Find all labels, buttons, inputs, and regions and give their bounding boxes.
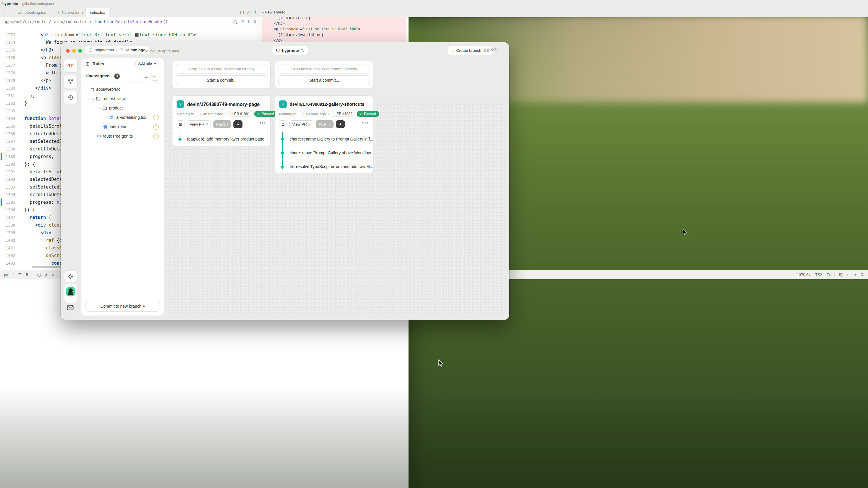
view-pr-button[interactable]: View PR ⑂ [187,120,211,128]
branch-icon: ⑂ [177,100,184,108]
minimize-window-button[interactable] [72,49,76,53]
unassigned-header: Unassigned 3 ☰ ⊨ [82,70,164,83]
branch-more-button[interactable]: ••• [362,120,369,126]
lane-dropzone-card: Drop files to assign or commit directly … [172,61,271,89]
zoom-window-button[interactable] [78,49,82,53]
ci-status-badge[interactable]: ✓ Passed [357,111,379,117]
outline-panel-icon[interactable]: ☰ [17,277,24,277]
unassigned-status-icon[interactable] [153,124,159,130]
lane-dropzone-card: Drop files to assign or commit directly … [275,61,373,89]
branch-card[interactable]: ⑂ devin/1764380912-gallery-shortcuts Not… [275,95,373,173]
refresh-icon [119,48,123,52]
git-panel-icon[interactable]: ⑂ [9,277,17,277]
branch-meta-row: Nothing to ...• an hour ago• ⑂ PR #1981 … [177,111,277,117]
branch-actions-row: ⊡ View PR ⑂ Push ⤴ ✦ [279,120,345,128]
tree-item-ai-notetaking-tsx[interactable]: ai-notetaking.tsx [84,113,161,122]
rules-header: ◫ Rules Add rule + [82,58,164,70]
branch-card[interactable]: ⑂ devin/1764380749-memory-page Nothing t… [172,95,271,147]
diagnostics-check-icon[interactable]: ✓ [50,277,57,277]
branch-more-button[interactable]: ••• [259,120,266,126]
start-commit-button[interactable]: Start a commit... [279,75,370,85]
commit-dot-icon [178,137,182,141]
react-icon [110,115,114,120]
unassigned-count-badge: 3 [114,73,120,79]
desktop: Search Fastrepl ⋮ ut s 6:02 PM e have an… [0,0,868,488]
tree-item-routes-view[interactable]: ⌄routes/_view [84,94,161,103]
ai-branch-icon[interactable]: ✧⑂ [491,47,498,53]
gitbutler-logo[interactable] [64,59,78,73]
unassigned-status-icon[interactable] [153,115,159,120]
ts-icon: TS [97,134,101,138]
unassigned-status-icon[interactable] [153,133,159,139]
ai-actions-button[interactable]: ✦ [336,120,345,128]
commit-dot-icon [281,165,284,169]
branch-name[interactable]: devin/1764380749-memory-page [187,102,260,107]
ai-actions-button[interactable]: ✦ [234,120,243,128]
chevron-updown-icon[interactable]: ⌃⌄ [69,297,72,300]
project-icon [276,48,280,53]
drop-files-zone[interactable]: Drop files to assign or commit directly [279,64,370,73]
unassigned-title: Unassigned [86,73,110,78]
tree-item-product[interactable]: ⌄product [84,103,161,113]
push-button[interactable]: Push ⤴ [213,120,231,128]
tree-view-toggle[interactable]: ⊨ [151,73,159,80]
create-branch-button[interactable]: + Create branch ⌘B [448,46,493,55]
branch-actions-row: ⊡ View PR ⑂ Push ⤴ ✦ [177,120,243,128]
settings-gear-icon[interactable] [64,270,77,282]
tree-item-index-tsx[interactable]: index.tsx [84,122,161,131]
folder-icon [96,97,100,101]
commit-to-new-branch-button[interactable]: Commit to new branch + [86,301,160,312]
commit-dot-icon [281,137,284,141]
up-to-date-status: ✓ You're up to date [146,48,180,53]
push-button[interactable]: Push ⤴ [316,120,334,128]
target-branch-icon [88,48,93,52]
wallpaper-foreground [0,386,868,488]
commit-row[interactable]: fix: resolve TypeScript errors and add r… [275,160,373,173]
ci-status-badge[interactable]: ✓ Passed [254,111,277,117]
project-panel-icon[interactable]: ▤ [2,277,9,277]
nothing-to-commit: Nothing to ... [279,112,301,116]
commit-row[interactable]: chore: rename Gallery to Prompt Gallery … [275,132,373,146]
list-view-toggle[interactable]: ☰ [142,73,150,80]
chevron-down-icon[interactable]: ⌄ [98,106,101,110]
react-icon [103,124,108,129]
view-pr-button[interactable]: View PR ⑂ [289,120,313,128]
branch-icon: ⑂ [279,100,287,108]
feedback-mail-icon[interactable] [67,305,73,312]
folder-icon [102,106,107,110]
commit-row[interactable]: feat(web): add memory layer product page [173,132,270,146]
chevron-down-icon[interactable]: ⌄ [92,97,95,101]
project-switcher[interactable]: hyprnote⇅ [272,46,308,55]
branch-name[interactable]: devin/1764380912-gallery-shortcuts [290,102,364,107]
branches-nav-icon[interactable] [64,75,78,89]
pr-badge[interactable]: ⑂ PR #1982 [331,111,355,117]
tree-item-apps-web-src[interactable]: ⌄apps/web/src [84,85,161,94]
rules-title: Rules [93,62,104,66]
commit-list: chore: rename Gallery to Prompt Gallery … [275,132,373,173]
window-controls[interactable] [66,48,84,54]
branch-sync-pill[interactable]: origin/main | 13 min ago [85,46,149,54]
commit-list: feat(web): add memory layer product page [173,132,270,146]
pr-badge[interactable]: ⑂ PR #1981 [228,111,252,117]
rules-icon: ◫ [86,61,89,66]
folder-icon [90,88,94,91]
chevron-down-icon[interactable]: ⌄ [86,88,88,91]
nothing-to-commit: Nothing to ... [177,112,198,116]
drop-files-zone[interactable]: Drop files to assign or commit directly [176,64,267,73]
mouse-cursor [438,359,445,367]
tree-item-routetree-gen-ts[interactable]: TSrouteTree.gen.ts [84,131,161,141]
add-rule-button[interactable]: Add rule + [135,60,159,67]
open-preview-button[interactable]: ⊡ [279,120,287,128]
start-commit-button[interactable]: Start a commit... [176,75,267,85]
sidebar-panel: ◫ Rules Add rule + Unassigned 3 ☰ ⊨ ⌄app… [81,58,164,316]
branch-meta-row: Nothing to ...• an hour ago• ⑂ PR #1982 … [279,111,379,117]
user-avatar[interactable]: ⌃⌄ [64,284,77,303]
file-tree: ⌄apps/web/src⌄routes/_view⌄productai-not… [84,85,161,141]
open-preview-button[interactable]: ⊡ [177,120,185,128]
mouse-cursor-secondary [682,229,689,236]
commit-row[interactable]: chore: move Prompt Gallery above Workflo… [275,146,373,160]
branch-time: an hour ago [203,112,223,116]
gitbutler-window: origin/main | 13 min ago ✓ You're up to … [61,42,509,320]
close-window-button[interactable] [66,49,70,53]
history-nav-icon[interactable] [64,91,78,104]
